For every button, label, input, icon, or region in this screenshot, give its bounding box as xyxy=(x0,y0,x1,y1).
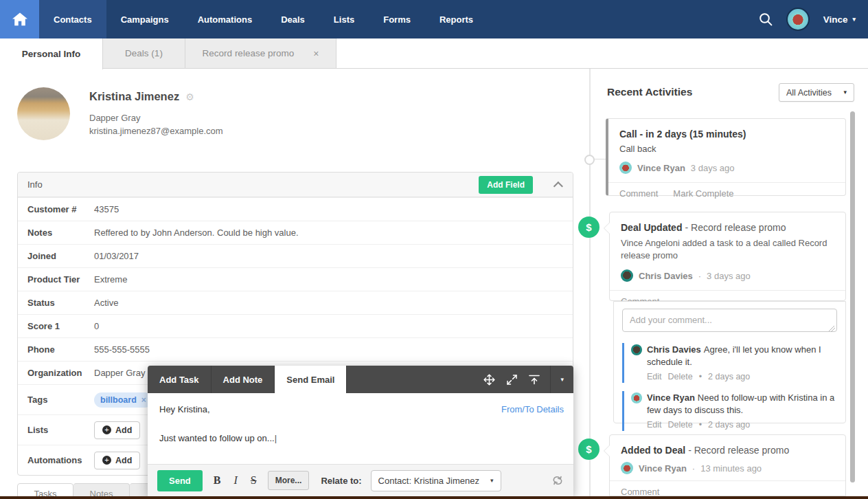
edit-action[interactable]: Edit xyxy=(647,372,662,381)
relate-to-select[interactable]: Contact: Kristina Jimenez ▾ xyxy=(371,470,501,491)
composer-toolbar: Send B I S More... Relate to: Contact: K… xyxy=(148,464,573,496)
comments-panel: Chris DaviesAgree, i'll let you know whe… xyxy=(613,301,846,423)
close-icon[interactable]: × xyxy=(313,48,319,59)
info-row-phone: Phone555-555-5555 xyxy=(18,337,573,361)
card-pointer xyxy=(604,223,610,234)
top-nav: Contacts Campaigns Automations Deals Lis… xyxy=(0,0,868,38)
timeline-connector xyxy=(595,159,606,159)
more-button[interactable]: More... xyxy=(268,471,310,490)
tab-deals[interactable]: Deals (1) xyxy=(103,38,185,68)
chevron-down-icon: ▾ xyxy=(852,16,856,23)
delete-action[interactable]: Delete xyxy=(668,420,693,430)
chevron-down-icon: ▾ xyxy=(560,377,564,383)
nav-item-contacts[interactable]: Contacts xyxy=(39,0,106,38)
activity-title-bold: Deal Updated xyxy=(621,222,682,233)
edit-action[interactable]: Edit xyxy=(647,420,662,430)
home-button[interactable] xyxy=(0,0,39,38)
remove-tag-icon[interactable]: × xyxy=(141,395,146,405)
resize-grip-icon[interactable] xyxy=(829,326,835,332)
add-note-tab[interactable]: Add Note xyxy=(212,366,275,393)
info-row-joined: Joined01/03/2017 xyxy=(18,244,573,267)
resize-icon[interactable] xyxy=(507,375,517,385)
deal-dollar-icon: $ xyxy=(578,439,599,460)
add-list-button[interactable]: + Add xyxy=(94,421,140,439)
contact-name: Kristina Jimenez xyxy=(89,90,179,103)
card-pointer xyxy=(604,445,610,456)
tab-record-release-promo[interactable]: Record release promo × xyxy=(185,38,336,68)
comment-input[interactable] xyxy=(622,309,837,332)
from-to-details-link[interactable]: From/To Details xyxy=(501,404,564,414)
bullet-separator: • xyxy=(699,420,702,430)
delete-action[interactable]: Delete xyxy=(668,372,693,381)
nav-item-automations[interactable]: Automations xyxy=(183,0,266,38)
avatar xyxy=(631,392,642,403)
avatar xyxy=(621,269,633,282)
avatar xyxy=(619,162,632,174)
info-row-product-tier: Product TierExtreme xyxy=(18,267,573,291)
collapse-chevron-icon[interactable] xyxy=(553,181,563,191)
bullet-separator: • xyxy=(699,372,702,381)
info-row-status: StatusActive xyxy=(18,291,573,314)
personalize-sync-icon[interactable] xyxy=(551,475,564,486)
activity-timeline-line xyxy=(589,69,591,499)
mark-complete-action[interactable]: Mark Complete xyxy=(673,188,733,199)
avatar xyxy=(621,462,633,474)
tab-label: Record release promo xyxy=(203,48,295,58)
comment-action[interactable]: Comment xyxy=(619,188,658,199)
chevron-down-icon: ▾ xyxy=(490,478,494,484)
plus-icon: + xyxy=(102,456,111,465)
email-greeting: Hey Kristina, xyxy=(159,404,210,414)
comment-time: 2 days ago xyxy=(708,420,750,430)
user-name: Vince xyxy=(823,14,848,25)
send-button[interactable]: Send xyxy=(157,470,203,491)
activities-filter-dropdown[interactable]: All Activities ▾ xyxy=(779,83,854,102)
page-tabstrip: Personal Info Deals (1) Record release p… xyxy=(0,38,868,69)
nav-item-lists[interactable]: Lists xyxy=(319,0,369,38)
contact-company: Dapper Gray xyxy=(89,112,223,125)
activity-time: 3 days ago xyxy=(691,163,735,173)
tag-billboard[interactable]: billboard × xyxy=(94,392,152,408)
user-avatar[interactable] xyxy=(786,8,810,31)
activity-card-deal-updated: Deal Updated- Record release promo Vince… xyxy=(609,212,846,301)
comment-item: Chris DaviesAgree, i'll let you know whe… xyxy=(622,343,837,383)
activity-card-call: Call - in 2 days (15 minutes) Call back … xyxy=(606,118,846,196)
chevron-down-icon: ▾ xyxy=(843,89,847,96)
nav-item-forms[interactable]: Forms xyxy=(369,0,425,38)
plus-icon: + xyxy=(102,425,111,434)
move-icon[interactable] xyxy=(483,374,495,386)
italic-button[interactable]: I xyxy=(231,474,239,487)
comment-item: Vince RyanNeed to follow-up with Kristin… xyxy=(622,391,837,431)
nav-item-reports[interactable]: Reports xyxy=(425,0,488,38)
activity-time: 13 minutes ago xyxy=(700,463,762,474)
gear-icon[interactable]: ⚙ xyxy=(185,91,194,102)
contact-header: Kristina Jimenez ⚙ Dapper Gray kristina.… xyxy=(17,87,223,140)
activity-subtitle: Call back xyxy=(619,144,834,154)
send-email-tab[interactable]: Send Email xyxy=(275,366,347,393)
activity-title: Call - in 2 days (15 minutes) xyxy=(619,129,834,140)
nav-item-deals[interactable]: Deals xyxy=(266,0,319,38)
add-task-tab[interactable]: Add Task xyxy=(148,366,212,393)
user-menu[interactable]: Vince ▾ xyxy=(823,14,856,25)
composer-menu-caret[interactable]: ▾ xyxy=(550,366,573,393)
info-row-notes: NotesReffered to by John Anderson. Could… xyxy=(18,221,573,244)
nav-item-campaigns[interactable]: Campaigns xyxy=(106,0,183,38)
email-composer-modal: Add Task Add Note Send Email ▾ Hey Krist… xyxy=(148,366,573,496)
search-icon[interactable] xyxy=(759,12,773,26)
bold-button[interactable]: B xyxy=(212,474,223,487)
strikethrough-button[interactable]: S xyxy=(249,474,259,487)
info-row-customer: Customer #43575 xyxy=(18,197,573,221)
activity-user: Chris Davies xyxy=(639,271,693,281)
comment-action[interactable]: Comment xyxy=(621,487,659,497)
recent-activities-title: Recent Activities xyxy=(607,86,692,98)
contact-avatar xyxy=(17,87,70,140)
activity-user: Vince Ryan xyxy=(639,463,687,474)
contact-email: kristina.jimenez87@example.com xyxy=(89,125,223,138)
activities-scrollbar[interactable] xyxy=(850,111,855,483)
comment-time: 2 days ago xyxy=(708,372,750,381)
collapse-to-top-icon[interactable] xyxy=(529,375,540,385)
email-body[interactable]: Hey Kristina, From/To Details Just wante… xyxy=(148,393,573,464)
add-field-button[interactable]: Add Field xyxy=(479,176,533,194)
activity-user: Vince Ryan xyxy=(637,163,685,173)
add-automation-button[interactable]: + Add xyxy=(94,452,140,469)
tab-personal-info[interactable]: Personal Info xyxy=(0,38,103,69)
